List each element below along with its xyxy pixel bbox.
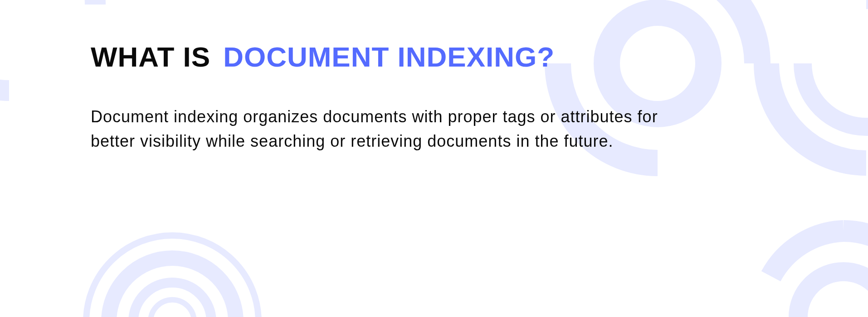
svg-point-5	[151, 300, 194, 317]
decorative-arc-far-right	[748, 0, 868, 181]
heading-highlight: DOCUMENT INDEXING?	[223, 41, 555, 73]
heading-prefix: WHAT IS	[91, 41, 210, 73]
body-paragraph: Document indexing organizes documents wi…	[91, 105, 680, 154]
svg-point-2	[86, 235, 258, 317]
content-block: WHAT IS DOCUMENT INDEXING? Document inde…	[91, 41, 726, 154]
page-heading: WHAT IS DOCUMENT INDEXING?	[91, 41, 726, 73]
svg-point-1	[798, 272, 868, 317]
decorative-arc-bottom-right	[744, 217, 868, 317]
svg-point-4	[133, 283, 211, 317]
svg-point-3	[109, 258, 236, 317]
decorative-circles-bottom-left	[77, 226, 268, 317]
